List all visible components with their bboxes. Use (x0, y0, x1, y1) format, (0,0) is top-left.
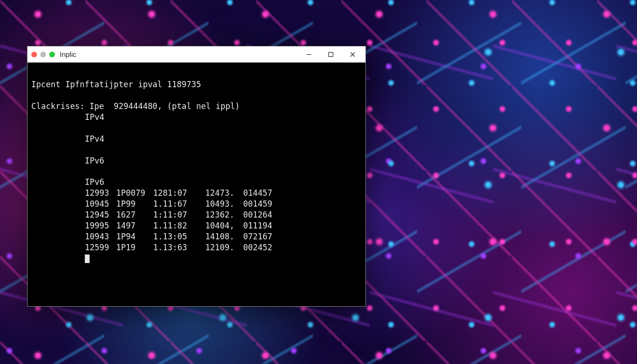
window-title: Inplic (60, 50, 76, 58)
minimize-dot-icon[interactable] (40, 52, 46, 57)
table-row: 129931P00791281:0712473.014457 (31, 188, 362, 199)
terminal-line: Ipcent Ipfnftatijpter ipval 1189735 (31, 80, 201, 89)
table-row: 125991P191.13:6312109.002452 (31, 242, 362, 253)
table-row: 109431P941.13:0514108.072167 (31, 231, 362, 242)
terminal-line: Clackrises: Ipe 929444480, (ptal nel ipp… (31, 101, 240, 111)
terminal-label: IPv4 (31, 134, 104, 144)
table-row: 1999514971.11:8210404,011194 (31, 220, 362, 231)
terminal-window: Inplic Ipcent Ipfnftatijpter ipval 11897… (27, 46, 366, 307)
table-row: 109451P991.11:6710493.001459 (31, 199, 362, 209)
zoom-dot-icon[interactable] (49, 52, 55, 57)
close-button[interactable] (342, 47, 364, 62)
terminal-output[interactable]: Ipcent Ipfnftatijpter ipval 1189735 Clac… (27, 63, 365, 306)
maximize-button[interactable] (320, 47, 342, 62)
titlebar[interactable]: Inplic (27, 46, 365, 63)
table-row: 1294516271:11:0712362.001264 (31, 209, 362, 220)
window-controls (298, 47, 364, 62)
svg-rect-1 (329, 52, 333, 56)
close-dot-icon[interactable] (31, 52, 37, 57)
traffic-lights (31, 52, 55, 57)
terminal-label: IPv6 (31, 177, 104, 187)
terminal-label: IPv4 (31, 112, 104, 122)
minimize-button[interactable] (298, 47, 320, 62)
terminal-label: IPv6 (31, 156, 104, 165)
cursor-icon (85, 255, 90, 263)
